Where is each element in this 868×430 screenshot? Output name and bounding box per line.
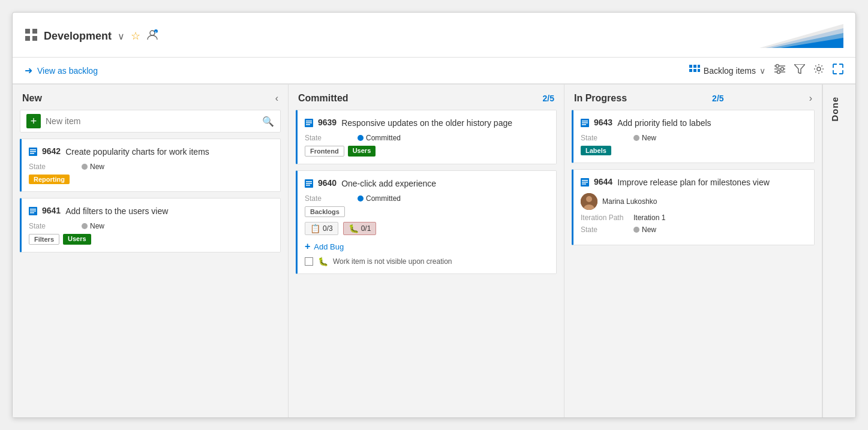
svg-rect-34 <box>306 121 312 122</box>
card-9640-tags: Backlogs <box>305 206 549 217</box>
view-backlog-label: View as backlog <box>37 66 98 76</box>
column-new-collapse[interactable]: ‹ <box>275 93 278 104</box>
svg-point-50 <box>586 196 592 202</box>
state-dot-blue <box>358 196 364 202</box>
card-9639-tags: Frontend Users <box>305 146 549 157</box>
svg-rect-35 <box>306 122 312 124</box>
expand-icon[interactable] <box>833 64 843 77</box>
new-item-input[interactable] <box>46 116 257 126</box>
card-9644-header: 9644 Improve release plan for milestones… <box>581 177 807 188</box>
card-9639-state-field: State Committed <box>305 134 549 142</box>
svg-rect-36 <box>306 124 310 125</box>
card-9640-id: 9640 <box>318 178 337 188</box>
svg-rect-46 <box>582 180 588 181</box>
card-9639-title: Responsive updates on the older history … <box>341 118 512 128</box>
column-new-body: 9642 Create popularity charts for work i… <box>13 139 288 417</box>
subheader: ➜ View as backlog Backlog items ∨ <box>13 58 855 85</box>
column-new-header: New ‹ <box>13 85 288 110</box>
svg-marker-23 <box>794 64 805 74</box>
card-9642-state: New <box>82 163 104 171</box>
card-9642-title: Create popularity charts for work items <box>65 146 209 157</box>
card-9640-title: One-click add experience <box>341 178 436 189</box>
backlog-items-button[interactable]: Backlog items ∨ <box>689 65 765 77</box>
toolbar: Backlog items ∨ <box>689 64 843 77</box>
settings-gear-icon[interactable] <box>813 64 824 77</box>
svg-rect-38 <box>306 181 312 182</box>
header: Development ∨ ☆ + <box>13 13 855 58</box>
header-logo-area <box>747 21 843 51</box>
svg-rect-31 <box>30 211 36 212</box>
filter-icon[interactable] <box>794 64 805 77</box>
svg-rect-42 <box>582 121 588 122</box>
card-9644-id: 9644 <box>594 177 612 187</box>
card-9641-tags: Filters Users <box>29 234 273 245</box>
svg-rect-27 <box>30 151 36 152</box>
column-new-title: New <box>22 93 42 104</box>
column-committed-title: Committed <box>298 93 349 104</box>
svg-rect-44 <box>582 124 586 125</box>
card-9639[interactable]: 9639 Responsive updates on the older his… <box>296 110 557 164</box>
tag-users: Users <box>63 234 91 245</box>
backlog-items-icon <box>689 65 700 77</box>
card-9644[interactable]: 9644 Improve release plan for milestones… <box>572 169 815 245</box>
card-9641[interactable]: 9641 Add filters to the users view State… <box>20 198 281 252</box>
person-name: Marina Lukoshko <box>602 197 657 206</box>
dropdown-chevron[interactable]: ∨ <box>118 31 125 42</box>
favorite-icon[interactable]: ☆ <box>131 29 140 43</box>
task-count: 📋 0/3 <box>305 222 338 235</box>
new-item-add-button[interactable]: + <box>26 114 41 128</box>
column-done: Done <box>822 85 846 417</box>
bug-small-icon: 🐛 <box>318 257 328 266</box>
state-label: State <box>29 163 77 171</box>
card-9640-header: 9640 One-click add experience <box>305 178 549 190</box>
tag-users: Users <box>348 146 376 157</box>
column-in-progress-header: In Progress 2/5 › <box>564 85 822 110</box>
add-bug-button[interactable]: + Add Bug <box>305 241 549 252</box>
svg-rect-11 <box>689 65 692 68</box>
column-committed: Committed 2/5 9639 Responsive updates on… <box>289 85 564 417</box>
card-9643-header: 9643 Add priority field to labels <box>581 118 807 129</box>
add-bug-label: Add Bug <box>314 242 344 251</box>
app-container: Development ∨ ☆ + ➜ <box>12 12 856 418</box>
svg-rect-48 <box>582 184 586 185</box>
card-9644-iteration-value: Iteration 1 <box>633 214 665 222</box>
column-in-progress-count: 2/5 <box>712 94 723 103</box>
work-item-icon <box>29 207 37 217</box>
state-dot-grey <box>633 227 639 233</box>
svg-rect-3 <box>32 36 37 41</box>
view-as-backlog-link[interactable]: ➜ View as backlog <box>25 65 98 76</box>
column-in-progress-expand[interactable]: › <box>809 93 812 104</box>
column-in-progress: In Progress 2/5 › 9643 Add priority fiel… <box>564 85 822 417</box>
person-icon[interactable]: + <box>146 29 158 43</box>
svg-rect-0 <box>25 29 30 34</box>
avatar-marina <box>581 193 597 210</box>
card-9642[interactable]: 9642 Create popularity charts for work i… <box>20 139 281 192</box>
card-9642-state-field: State New <box>29 163 273 171</box>
column-done-title: Done <box>830 97 840 122</box>
svg-point-22 <box>777 71 780 74</box>
card-9643-state-field: State New <box>581 134 807 142</box>
state-dot-blue <box>358 135 364 141</box>
search-icon[interactable]: 🔍 <box>262 116 274 127</box>
work-item-checkbox[interactable] <box>305 257 313 266</box>
tag-labels: Labels <box>581 146 611 155</box>
card-9642-header: 9642 Create popularity charts for work i… <box>29 146 273 158</box>
svg-rect-30 <box>30 209 36 210</box>
svg-rect-2 <box>25 36 30 41</box>
card-9643[interactable]: 9643 Add priority field to labels State … <box>572 110 815 163</box>
settings-sliders-icon[interactable] <box>774 64 786 77</box>
work-item-icon <box>305 119 313 129</box>
state-dot-grey <box>82 164 88 170</box>
card-9640[interactable]: 9640 One-click add experience State Comm… <box>296 170 557 274</box>
card-9639-header: 9639 Responsive updates on the older his… <box>305 118 549 129</box>
backlog-arrow-icon: ➜ <box>25 65 32 76</box>
card-9644-state-field: State New <box>581 225 807 234</box>
task-count-value: 0/3 <box>323 224 333 233</box>
work-item-label: Work item is not visible upon creation <box>333 257 452 266</box>
work-item-icon <box>581 119 589 129</box>
state-label: State <box>305 194 353 203</box>
svg-rect-47 <box>582 182 588 183</box>
svg-rect-26 <box>30 149 36 151</box>
svg-rect-16 <box>698 69 700 72</box>
grid-icon <box>25 28 38 44</box>
